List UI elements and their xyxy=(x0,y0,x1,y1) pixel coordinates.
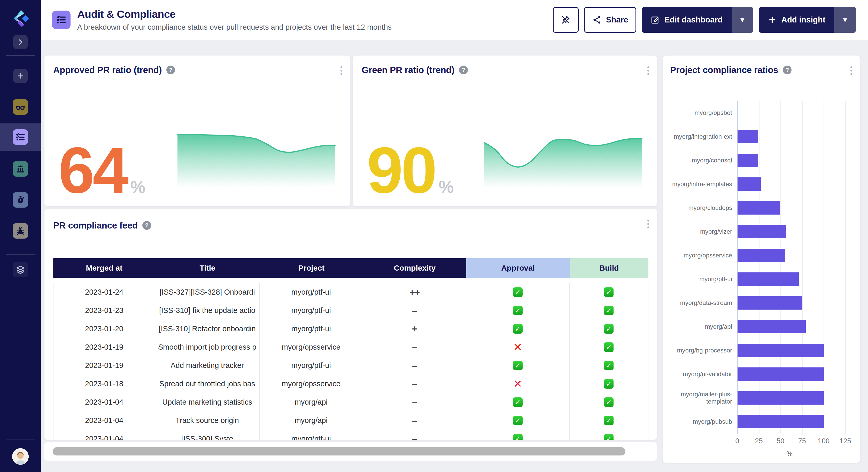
bar-label: myorg/infra-templates xyxy=(668,172,732,196)
cell-merged-at: 2023-01-04 xyxy=(53,393,155,411)
kebab-menu-icon[interactable] xyxy=(646,219,650,229)
green-unit: % xyxy=(439,177,454,197)
horizontal-scrollbar-track xyxy=(44,442,657,461)
caret-down-icon: ▼ xyxy=(842,16,848,24)
fail-cross-icon: ✕ xyxy=(513,379,522,389)
panel-green-pr-ratio: Green PR ratio (trend) ? 90 % xyxy=(352,55,657,206)
bar xyxy=(738,178,761,191)
approved-metric: 64 % xyxy=(58,144,146,197)
table-row: 2023-01-23[ISS-310] fix the update actio… xyxy=(53,301,648,320)
table-row: 2023-01-18Spread out throttled jobs basm… xyxy=(53,375,648,393)
user-avatar[interactable] xyxy=(12,448,29,465)
table-row: 2023-01-04Update marketing statisticsmyo… xyxy=(53,393,648,411)
help-icon[interactable]: ? xyxy=(166,66,175,74)
bar-label: myorg/vizer xyxy=(668,220,732,244)
column-header: Title xyxy=(155,258,259,278)
bar-label: myorg/cloudops xyxy=(668,196,732,220)
bar-label: myorg/mailer-plus-templator xyxy=(668,386,732,410)
help-icon[interactable]: ? xyxy=(783,66,792,74)
green-value: 90 xyxy=(367,144,435,196)
sidebar-add-button[interactable] xyxy=(13,69,28,83)
cell-complexity: – xyxy=(363,375,466,393)
sidebar xyxy=(0,0,41,472)
cell-complexity: – xyxy=(363,356,466,375)
feed-table: Merged atTitleProjectComplexityApprovalB… xyxy=(53,258,648,440)
bar xyxy=(738,249,785,262)
sidebar-item-governance[interactable] xyxy=(13,161,28,177)
pass-check-icon: ✓ xyxy=(513,398,523,407)
pass-check-icon: ✓ xyxy=(604,287,614,297)
sidebar-item-bugs[interactable] xyxy=(13,223,28,239)
pass-check-icon: ✓ xyxy=(604,324,614,334)
cell-approval: ✓ xyxy=(466,430,570,440)
bar-label: myorg/pubsub xyxy=(668,410,732,434)
x-tick-label: 100 xyxy=(818,437,830,445)
add-insight-caret[interactable]: ▼ xyxy=(834,7,856,33)
kebab-menu-icon[interactable] xyxy=(339,65,343,76)
caret-down-icon: ▼ xyxy=(739,16,746,24)
table-row: 2023-01-04Track source originmyorg/api–✓… xyxy=(53,411,648,430)
cell-merged-at: 2023-01-18 xyxy=(53,375,155,393)
unpin-button[interactable] xyxy=(553,7,579,33)
kebab-menu-icon[interactable] xyxy=(849,65,853,76)
app-logo[interactable] xyxy=(9,7,32,29)
gridline xyxy=(845,101,846,434)
help-icon[interactable]: ? xyxy=(459,66,468,74)
bar-label: myorg/opsservice xyxy=(668,244,732,267)
sidebar-divider xyxy=(6,55,35,56)
edit-dashboard-caret[interactable]: ▼ xyxy=(732,7,753,33)
bar xyxy=(738,201,780,215)
cell-merged-at: 2023-01-20 xyxy=(53,320,155,338)
cell-merged-at: 2023-01-04 xyxy=(53,430,155,440)
panel-pr-compliance-feed: PR compliance feed ? Merged atTitleProje… xyxy=(44,209,657,440)
checklist-icon xyxy=(16,132,25,142)
sidebar-divider xyxy=(6,439,35,439)
share-button[interactable]: Share xyxy=(584,7,636,33)
cell-title: [ISS-310] fix the update actio xyxy=(155,301,259,320)
cell-approval: ✓ xyxy=(466,356,570,375)
bar xyxy=(738,344,824,357)
layers-icon xyxy=(16,265,25,275)
column-header: Build xyxy=(570,258,648,278)
cell-project: myorg/opsservice xyxy=(259,338,363,356)
cell-approval: ✓ xyxy=(466,393,570,411)
bar-label: myorg/bg-processor xyxy=(668,339,732,362)
bar-label: myorg/integration-ext xyxy=(668,125,732,149)
sidebar-expand-button[interactable] xyxy=(13,35,28,49)
add-insight-button[interactable]: Add insight ▼ xyxy=(759,7,856,33)
x-tick-label: 50 xyxy=(777,437,784,445)
table-row: 2023-01-19Add marketing trackermyorg/ptf… xyxy=(53,356,648,375)
sidebar-item-cycle-time[interactable] xyxy=(13,192,28,208)
pass-check-icon: ✓ xyxy=(604,398,614,407)
pass-check-icon: ✓ xyxy=(513,434,523,440)
column-header: Approval xyxy=(466,258,570,278)
sidebar-item-review[interactable] xyxy=(13,99,28,115)
edit-dashboard-button[interactable]: Edit dashboard ▼ xyxy=(642,7,753,33)
sidebar-item-layers[interactable] xyxy=(13,262,28,277)
approved-value: 64 xyxy=(58,144,127,196)
cell-approval: ✓ xyxy=(466,320,570,338)
stopwatch-icon xyxy=(16,195,25,205)
bar xyxy=(738,391,824,405)
panel-approved-pr-ratio: Approved PR ratio (trend) ? 64 % xyxy=(44,55,350,206)
green-trend-sparkline xyxy=(484,124,643,196)
help-icon[interactable]: ? xyxy=(142,221,151,230)
green-metric: 90 % xyxy=(367,144,454,197)
horizontal-scrollbar-thumb[interactable] xyxy=(53,447,625,455)
panel-title: PR compliance feed xyxy=(53,220,138,230)
logo-icon xyxy=(9,7,32,29)
plus-icon xyxy=(768,15,777,25)
pass-check-icon: ✓ xyxy=(513,416,523,425)
bar-label: myorg/connsql xyxy=(668,149,732,172)
sidebar-item-dashboards[interactable] xyxy=(13,129,28,145)
pass-check-icon: ✓ xyxy=(513,361,523,370)
kebab-menu-icon[interactable] xyxy=(646,65,650,76)
edit-dashboard-label: Edit dashboard xyxy=(664,15,723,25)
page-title: Audit & Compliance xyxy=(77,8,392,21)
cell-build: ✓ xyxy=(570,320,648,338)
feed-table-body: 2023-01-24[ISS-327][ISS-328] Onboardimyo… xyxy=(53,278,648,440)
reading-glasses-icon xyxy=(16,102,25,112)
edit-pencil-icon xyxy=(650,15,660,25)
cell-complexity: – xyxy=(363,301,466,320)
cell-title: Update marketing statistics xyxy=(155,393,259,411)
